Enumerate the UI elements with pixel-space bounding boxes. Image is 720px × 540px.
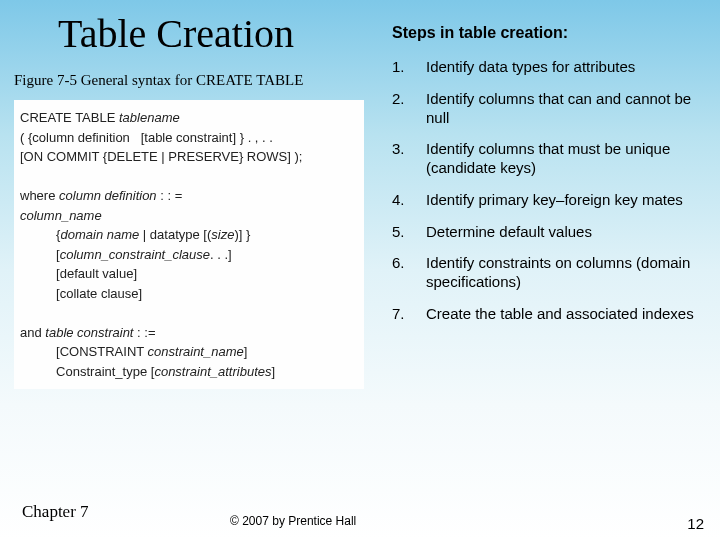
syntax-line: [column_constraint_clause. . .] <box>20 245 358 265</box>
steps-heading: Steps in table creation: <box>392 24 568 42</box>
footer-copyright: © 2007 by Prentice Hall <box>230 514 356 528</box>
list-item: Create the table and associated indexes <box>392 305 702 324</box>
page-number: 12 <box>687 515 704 532</box>
figure-caption: Figure 7-5 General syntax for CREATE TAB… <box>14 72 303 89</box>
syntax-line: [ON COMMIT {DELETE | PRESERVE} ROWS] ); <box>20 147 358 167</box>
list-item: Identify constraints on columns (domain … <box>392 254 702 292</box>
syntax-blank <box>20 167 358 187</box>
syntax-line: [default value] <box>20 264 358 284</box>
syntax-blank <box>20 303 358 323</box>
list-item: Identify data types for attributes <box>392 58 702 77</box>
list-item: Identify columns that can and cannot be … <box>392 90 702 128</box>
syntax-line: {domain name | datatype [(size)] } <box>20 225 358 245</box>
list-item: Identify primary key–foreign key mates <box>392 191 702 210</box>
slide-title: Table Creation <box>58 10 294 57</box>
syntax-line: column_name <box>20 206 358 226</box>
syntax-line: ( {column definition [table constraint] … <box>20 128 358 148</box>
syntax-line: CREATE TABLE tablename <box>20 108 358 128</box>
syntax-line: Constraint_type [constraint_attributes] <box>20 362 358 382</box>
syntax-line: where column definition : : = <box>20 186 358 206</box>
syntax-box: CREATE TABLE tablename ( {column definit… <box>14 100 364 389</box>
slide: Table Creation Figure 7-5 General syntax… <box>0 0 720 540</box>
syntax-line: and table constraint : := <box>20 323 358 343</box>
syntax-line: [collate clause] <box>20 284 358 304</box>
list-item: Identify columns that must be unique (ca… <box>392 140 702 178</box>
list-item: Determine default values <box>392 223 702 242</box>
syntax-line: [CONSTRAINT constraint_name] <box>20 342 358 362</box>
steps-list: Identify data types for attributes Ident… <box>392 58 702 337</box>
footer-chapter: Chapter 7 <box>22 502 89 522</box>
